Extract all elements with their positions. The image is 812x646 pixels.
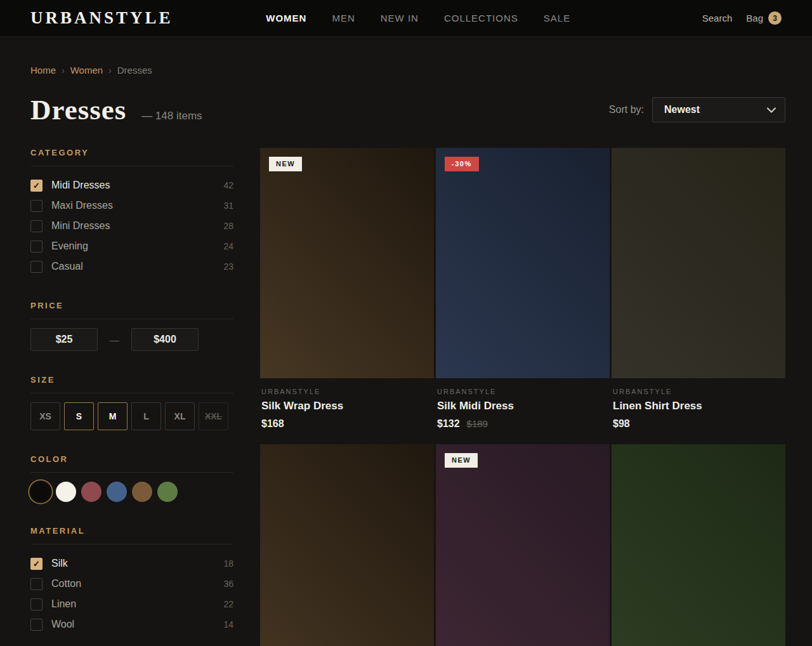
product-brand: URBANSTYLE (437, 388, 608, 395)
checkbox-unchecked[interactable] (30, 598, 43, 610)
filter-section-color: COLOR (30, 454, 233, 502)
sale-badge: -30% (445, 157, 479, 171)
checkbox-unchecked[interactable] (30, 220, 43, 232)
check-icon: ✓ (33, 181, 40, 190)
size-button-l[interactable]: L (131, 402, 161, 430)
product-price: $132 (437, 418, 460, 430)
category-option-mini-dresses[interactable]: Mini Dresses 28 (30, 216, 233, 236)
bag-link[interactable]: Bag 3 (746, 11, 782, 25)
breadcrumb: Home › Women › Dresses (30, 65, 785, 76)
new-badge: NEW (445, 453, 478, 468)
product-card-row2-3[interactable] (612, 444, 785, 646)
bag-label: Bag (746, 13, 763, 23)
product-name[interactable]: Linen Shirt Dress (613, 400, 784, 412)
material-option-linen[interactable]: Linen 22 (30, 594, 233, 614)
color-swatch-brown[interactable] (132, 482, 152, 502)
option-count: 14 (223, 619, 233, 630)
option-count: 28 (223, 221, 233, 231)
checkbox-unchecked[interactable] (30, 261, 43, 273)
content: CATEGORY ✓ Midi Dresses 42 Maxi Dresses … (30, 148, 785, 646)
chevron-down-icon (767, 107, 776, 113)
option-count: 42 (223, 180, 233, 190)
category-option-evening[interactable]: Evening 24 (30, 236, 233, 256)
size-section-title: SIZE (30, 375, 233, 393)
product-image[interactable] (612, 148, 785, 378)
filter-section-material: MATERIAL ✓ Silk 18 Cotton 36 Linen 22 (30, 526, 233, 635)
category-option-midi-dresses[interactable]: ✓ Midi Dresses 42 (30, 175, 233, 195)
option-count: 23 (223, 261, 233, 272)
nav-item-women[interactable]: WOMEN (266, 13, 306, 23)
color-swatch-black[interactable] (30, 482, 51, 502)
product-grid: NEW URBANSTYLE Silk Wrap Dress $168 -30%… (260, 148, 785, 646)
product-card-silk-wrap-dress[interactable]: NEW URBANSTYLE Silk Wrap Dress $168 (260, 148, 434, 441)
product-old-price: $189 (467, 418, 488, 429)
product-card-silk-midi-dress[interactable]: -30% URBANSTYLE Silk Midi Dress $132 $18… (436, 148, 610, 441)
option-count: 18 (223, 558, 233, 569)
option-count: 31 (223, 201, 233, 211)
product-image[interactable] (612, 444, 785, 646)
items-count: — 148 items (141, 110, 202, 122)
nav-item-men[interactable]: MEN (332, 13, 355, 23)
product-name[interactable]: Silk Wrap Dress (261, 400, 433, 412)
color-swatch-cream[interactable] (56, 482, 76, 502)
material-section-title: MATERIAL (30, 526, 233, 544)
price-max-input[interactable]: $400 (131, 328, 199, 351)
sort-label: Sort by: (609, 104, 644, 115)
title-row: Dresses — 148 items Sort by: Newest (30, 93, 785, 126)
nav-item-sale[interactable]: SALE (544, 13, 570, 23)
size-button-s[interactable]: S (64, 402, 94, 430)
checkbox-unchecked[interactable] (30, 241, 43, 253)
checkbox-unchecked[interactable] (30, 200, 43, 212)
material-option-wool[interactable]: Wool 14 (30, 614, 233, 635)
nav-item-collections[interactable]: COLLECTIONS (444, 13, 518, 23)
bag-count-badge: 3 (768, 11, 782, 25)
check-icon: ✓ (33, 560, 40, 568)
page-body: Home › Women › Dresses Dresses — 148 ite… (0, 65, 812, 646)
breadcrumb-women[interactable]: Women (70, 65, 103, 76)
product-name[interactable]: Silk Midi Dress (437, 400, 608, 412)
color-swatch-steel-blue[interactable] (107, 482, 127, 502)
checkbox-unchecked[interactable] (30, 578, 43, 590)
category-option-maxi-dresses[interactable]: Maxi Dresses 31 (30, 195, 233, 216)
product-image[interactable]: -30% (436, 148, 610, 378)
color-swatch-maroon[interactable] (81, 482, 102, 502)
header: URBANSTYLE WOMEN MEN NEW IN COLLECTIONS … (0, 0, 812, 37)
sort-select[interactable]: Newest (652, 97, 785, 122)
main-nav: WOMEN MEN NEW IN COLLECTIONS SALE (266, 13, 570, 23)
price-min-input[interactable]: $25 (30, 328, 98, 351)
category-section-title: CATEGORY (30, 148, 233, 166)
color-swatch-green[interactable] (157, 482, 178, 502)
breadcrumb-current: Dresses (117, 65, 152, 76)
filter-section-size: SIZE XS S M L XL XXL (30, 375, 233, 430)
size-button-xl[interactable]: XL (165, 402, 195, 430)
checkbox-checked[interactable]: ✓ (30, 558, 43, 570)
breadcrumb-separator-icon: › (62, 65, 65, 76)
product-image[interactable]: NEW (436, 444, 610, 646)
size-button-m[interactable]: M (98, 402, 128, 430)
category-option-casual[interactable]: Casual 23 (30, 256, 233, 277)
filter-section-category: CATEGORY ✓ Midi Dresses 42 Maxi Dresses … (30, 148, 233, 277)
checkbox-checked[interactable]: ✓ (30, 180, 43, 192)
product-image[interactable] (260, 444, 434, 646)
product-brand: URBANSTYLE (261, 388, 433, 395)
product-card-linen-shirt-dress[interactable]: URBANSTYLE Linen Shirt Dress $98 (612, 148, 785, 441)
size-button-xxl[interactable]: XXL (199, 402, 228, 430)
brand-logo[interactable]: URBANSTYLE (30, 8, 173, 28)
page-title: Dresses (30, 93, 126, 126)
sort-control: Sort by: Newest (609, 97, 785, 122)
checkbox-unchecked[interactable] (30, 619, 43, 631)
product-image[interactable]: NEW (260, 148, 434, 378)
size-button-xs[interactable]: XS (30, 402, 60, 430)
filters-sidebar: CATEGORY ✓ Midi Dresses 42 Maxi Dresses … (30, 148, 233, 646)
price-range-separator: — (110, 334, 119, 345)
search-link[interactable]: Search (702, 13, 733, 23)
filter-section-price: PRICE $25 — $400 (30, 301, 233, 351)
nav-item-new-in[interactable]: NEW IN (381, 13, 419, 23)
price-section-title: PRICE (30, 301, 233, 319)
header-right: Search Bag 3 (702, 11, 782, 25)
breadcrumb-home[interactable]: Home (30, 65, 56, 76)
material-option-cotton[interactable]: Cotton 36 (30, 574, 233, 594)
product-card-row2-2[interactable]: NEW (436, 444, 610, 646)
material-option-silk[interactable]: ✓ Silk 18 (30, 553, 233, 574)
product-card-row2-1[interactable] (260, 444, 434, 646)
